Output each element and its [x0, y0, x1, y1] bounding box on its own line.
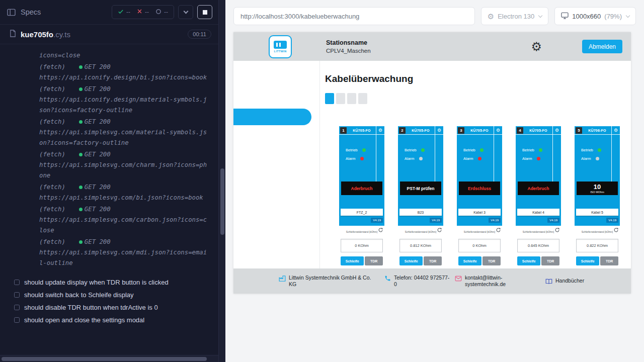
factory-icon — [279, 275, 286, 282]
betrieb-label: Betrieb — [463, 148, 475, 152]
vertical-scrollbar-thumb[interactable] — [220, 168, 224, 235]
firmware-version: V4.19 — [606, 218, 618, 223]
device-settings-icon[interactable]: ⚙ — [376, 126, 384, 134]
test-state-icon — [14, 280, 20, 285]
rack-tab[interactable] — [325, 93, 334, 104]
horizontal-scrollbar[interactable] — [0, 355, 218, 362]
settings-gear-icon[interactable]: ⚙ — [531, 41, 542, 53]
device-model: KÜ705-FO — [465, 129, 494, 132]
request-url: https://api.simplesvg.com/bi.json?icons=… — [39, 193, 209, 203]
test-title: should switch back to Schleife display — [24, 291, 134, 299]
device-settings-icon[interactable]: ⚙ — [611, 126, 620, 134]
alarm-led — [478, 157, 481, 160]
cable-label: Kabel 4 — [517, 209, 559, 216]
tdr-button[interactable]: TDR — [365, 256, 383, 265]
stop-button[interactable] — [197, 5, 212, 19]
test-item[interactable]: should open and close the settings modal — [0, 314, 218, 326]
card-divider — [552, 135, 561, 182]
logout-button[interactable]: Abmelden — [582, 40, 622, 53]
schleife-button[interactable]: Schleife — [399, 256, 423, 265]
schleife-button[interactable]: Schleife — [341, 256, 364, 265]
test-title: should update display when TDR button is… — [24, 279, 169, 286]
nav-item[interactable] — [233, 87, 319, 102]
http-status: GET 200 — [85, 117, 111, 127]
betrieb-label: Betrieb — [581, 148, 593, 152]
device-cards: 1 KÜ705-FO ⚙ Betrieb Alarm Aderbruch FTZ… — [339, 126, 631, 277]
refresh-icon[interactable] — [554, 227, 560, 233]
rack-tab[interactable] — [347, 93, 356, 104]
log-entry[interactable]: (fetch) GET 200 https://api.simplesvg.co… — [39, 237, 213, 268]
device-card: 2 KÜ705-FO ⚙ Betrieb Alarm PST-M prüfen … — [398, 126, 443, 277]
stop-icon — [203, 10, 207, 15]
test-item[interactable]: should disable TDR button when tdrActive… — [0, 301, 218, 314]
device-status: Aderbruch — [518, 182, 559, 195]
request-url: https://api.simplesvg.com/carbon.json?ic… — [39, 215, 209, 236]
fetch-label: (fetch) — [39, 149, 65, 160]
pending-icon — [155, 9, 162, 16]
fetch-label: (fetch) — [39, 84, 65, 95]
log-entry[interactable]: icons=close — [39, 50, 213, 61]
refresh-icon[interactable] — [613, 227, 619, 233]
refresh-icon[interactable] — [378, 227, 383, 233]
schleife-button[interactable]: Schleife — [458, 256, 481, 265]
url-text: http://localhost:3000/kabelueberwachung — [240, 13, 359, 20]
status-dot-icon — [79, 240, 83, 244]
schleife-button[interactable]: Schleife — [576, 256, 599, 265]
reporter-header: Specs -- -- -- — [0, 0, 218, 24]
test-item[interactable]: should switch back to Schleife display — [0, 289, 218, 301]
betrieb-led — [598, 148, 601, 152]
fetch-label: (fetch) — [39, 204, 65, 215]
log-entry[interactable]: (fetch) GET 200 https://api.simplesvg.co… — [39, 204, 213, 236]
footer-item[interactable]: Handbücher — [545, 278, 584, 285]
spec-name[interactable]: kue705fo.cy.ts — [21, 30, 70, 39]
log-entry[interactable]: (fetch) GET 200 https://api.simplesvg.co… — [39, 182, 213, 203]
browser-select[interactable]: ⚙ Electron 130 — [481, 7, 548, 25]
device-status: Erdschluss — [459, 182, 500, 195]
device-status: 10 ISO MOhm — [577, 182, 618, 195]
cable-label: Kabel 3 — [458, 209, 501, 216]
tdr-button[interactable]: TDR — [541, 256, 559, 265]
refresh-icon[interactable] — [437, 227, 442, 233]
vertical-scrollbar[interactable] — [218, 0, 225, 362]
collapse-chevron-button[interactable] — [178, 5, 193, 19]
viewport-select[interactable]: 1000x660 (79%) — [554, 7, 636, 25]
device-settings-icon[interactable]: ⚙ — [552, 126, 561, 134]
firmware-version: V4.19 — [430, 218, 442, 223]
log-entry[interactable]: (fetch) GET 200 https://api.simplesvg.co… — [39, 117, 213, 148]
horizontal-scrollbar-thumb[interactable] — [2, 357, 207, 361]
nav-item[interactable] — [233, 109, 311, 125]
tdr-button[interactable]: TDR — [482, 256, 501, 265]
monitor-icon — [561, 12, 569, 21]
device-number-badge: 2 — [399, 127, 406, 134]
rack-tab[interactable] — [358, 93, 367, 104]
log-entry[interactable]: (fetch) GET 200 https://api.iconify.desi… — [39, 62, 213, 83]
nav-item[interactable] — [233, 132, 319, 147]
resistance-value: 0 KOhm — [341, 239, 383, 252]
footer-item[interactable]: Littwin Systemtechnik GmbH & Co. KG — [279, 275, 384, 288]
http-status: GET 200 — [85, 182, 111, 193]
test-item[interactable]: should update display when TDR button is… — [0, 276, 218, 289]
log-entry[interactable]: (fetch) GET 200 https://api.iconify.desi… — [39, 84, 213, 116]
command-log: icons=close (fetch) GET 200 https://api.… — [0, 44, 218, 269]
passed-icon — [118, 9, 124, 16]
schleife-button[interactable]: Schleife — [517, 256, 540, 265]
fetch-label: (fetch) — [39, 237, 65, 247]
rack-tab[interactable] — [336, 93, 345, 104]
device-settings-icon[interactable]: ⚙ — [435, 126, 443, 134]
tdr-button[interactable]: TDR — [424, 256, 442, 265]
test-stats: -- -- -- — [112, 5, 174, 19]
device-settings-icon[interactable]: ⚙ — [494, 126, 502, 134]
refresh-icon[interactable] — [496, 227, 501, 233]
nav-item[interactable] — [233, 153, 319, 168]
request-url: https://api.iconify.design/material-symb… — [39, 95, 209, 116]
specs-menu-icon[interactable] — [7, 9, 16, 16]
address-bar[interactable]: http://localhost:3000/kabelueberwachung — [233, 7, 475, 25]
alarm-label: Alarm — [405, 156, 415, 161]
footer-item[interactable]: Telefon: 04402 972577-0 — [384, 275, 455, 288]
tdr-button[interactable]: TDR — [600, 256, 618, 265]
footer-item[interactable]: kontakt@littwin-systemtechnik.de — [455, 275, 545, 288]
device-model: KÜ705-FO — [407, 129, 435, 132]
http-status: GET 200 — [85, 149, 111, 160]
log-entry[interactable]: (fetch) GET 200 https://api.simplesvg.co… — [39, 149, 213, 181]
test-state-icon — [14, 292, 20, 298]
